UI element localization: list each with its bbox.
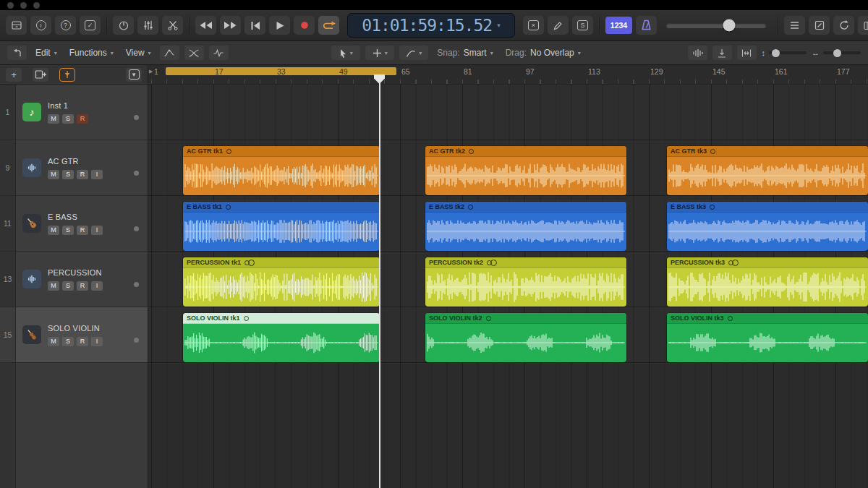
- command-click-tool-selector[interactable]: ▾: [365, 46, 394, 60]
- note-pads-button[interactable]: [809, 16, 830, 35]
- track-header-row[interactable]: 11 E BASS M S R I: [0, 196, 148, 252]
- track-name[interactable]: PERCUSSION: [48, 268, 103, 277]
- region-header[interactable]: E BASS tk1: [183, 202, 380, 213]
- track-header-row-selected[interactable]: 15 SOLO VIOLIN M S R I: [0, 307, 148, 363]
- replace-button[interactable]: ×: [523, 16, 544, 35]
- zoom-window-button[interactable]: [33, 2, 40, 9]
- tracks-region-area[interactable]: AC GTR tk1 AC GTR tk2 AC GTR tk3 E BASS …: [148, 85, 868, 488]
- track-on-indicator[interactable]: [134, 226, 139, 231]
- track-on-indicator[interactable]: [134, 282, 139, 287]
- region-ac-gtr-tk3[interactable]: AC GTR tk3: [667, 146, 868, 195]
- forward-button[interactable]: [220, 16, 241, 35]
- track-name[interactable]: Inst 1: [48, 101, 88, 110]
- smart-controls-button[interactable]: [113, 16, 134, 35]
- solo-button[interactable]: S: [62, 226, 74, 235]
- automation-button[interactable]: [160, 46, 179, 60]
- region-e-bass-tk1[interactable]: E BASS tk1: [183, 202, 380, 251]
- track-name[interactable]: E BASS: [48, 213, 103, 221]
- track-on-indicator[interactable]: [134, 115, 139, 120]
- stop-button[interactable]: [244, 16, 265, 35]
- toolbar-toggle-button[interactable]: ✓: [80, 16, 101, 35]
- add-track-button[interactable]: +: [6, 68, 22, 82]
- mute-button[interactable]: M: [48, 114, 59, 124]
- right-click-tool-selector[interactable]: ▾: [399, 46, 428, 60]
- input-monitor-button[interactable]: I: [91, 281, 103, 291]
- crossfade-button[interactable]: [184, 46, 204, 60]
- track-header-row[interactable]: 1 ♪ Inst 1 M S R: [0, 85, 148, 140]
- mute-button[interactable]: M: [48, 281, 59, 291]
- vertical-zoom-slider[interactable]: [769, 51, 807, 54]
- count-in-button[interactable]: 1234: [605, 17, 632, 34]
- menu-edit[interactable]: Edit ▾: [32, 48, 61, 58]
- track-name[interactable]: AC GTR: [48, 157, 103, 166]
- region-percussion-tk1[interactable]: PERCUSSION tk1: [183, 257, 380, 307]
- editors-button[interactable]: [162, 16, 183, 35]
- record-arm-button[interactable]: R: [77, 281, 88, 291]
- region-header[interactable]: AC GTR tk3: [667, 146, 868, 157]
- region-header[interactable]: AC GTR tk1: [183, 146, 380, 157]
- solo-mode-button[interactable]: S: [572, 16, 593, 35]
- list-editors-button[interactable]: [784, 16, 805, 35]
- region-header[interactable]: SOLO VIOLIN tk2: [425, 313, 626, 324]
- region-header[interactable]: PERCUSSION tk2: [425, 257, 626, 268]
- region-percussion-tk2[interactable]: PERCUSSION tk2: [425, 257, 626, 307]
- input-monitor-button[interactable]: I: [91, 337, 103, 346]
- track-name[interactable]: SOLO VIOLIN: [48, 324, 103, 333]
- drag-selector[interactable]: Drag: No Overlap ▾: [502, 48, 584, 58]
- mixer-button[interactable]: [137, 16, 158, 35]
- mute-button[interactable]: M: [48, 226, 59, 235]
- region-header[interactable]: PERCUSSION tk3: [667, 257, 868, 268]
- region-header[interactable]: AC GTR tk2: [425, 146, 626, 157]
- catch-undo-button[interactable]: [7, 46, 27, 60]
- region-header[interactable]: E BASS tk2: [425, 202, 626, 213]
- pencil-tool-button[interactable]: [548, 16, 569, 35]
- browsers-button[interactable]: [858, 16, 868, 35]
- solo-button[interactable]: S: [62, 337, 74, 346]
- slider-knob[interactable]: [723, 20, 735, 32]
- close-window-button[interactable]: [7, 2, 14, 9]
- region-ac-gtr-tk1[interactable]: AC GTR tk1: [183, 146, 380, 195]
- region-percussion-tk3[interactable]: PERCUSSION tk3: [667, 257, 868, 307]
- track-on-indicator[interactable]: [134, 171, 139, 176]
- minimize-window-button[interactable]: [20, 2, 27, 9]
- region-header[interactable]: SOLO VIOLIN tk3: [667, 313, 868, 324]
- catch-playhead-button[interactable]: [59, 68, 75, 82]
- solo-button[interactable]: S: [62, 170, 74, 179]
- record-arm-button[interactable]: R: [77, 337, 88, 346]
- input-monitor-button[interactable]: I: [91, 226, 103, 235]
- region-solo-violin-tk3[interactable]: SOLO VIOLIN tk3: [667, 313, 868, 362]
- menu-functions[interactable]: Functions ▾: [66, 48, 117, 58]
- bar-ruler[interactable]: ▶ 1 17 33 49 65 81 97 113 129 145 161 17…: [148, 65, 868, 85]
- record-arm-button[interactable]: R: [77, 226, 88, 235]
- waveform-zoom-button[interactable]: [688, 46, 707, 60]
- record-arm-button[interactable]: R: [77, 170, 88, 179]
- library-button[interactable]: [6, 16, 27, 35]
- record-button[interactable]: [294, 16, 315, 35]
- record-arm-button[interactable]: R: [77, 114, 88, 124]
- empty-arrange-area[interactable]: [148, 364, 868, 488]
- rewind-button[interactable]: [195, 16, 216, 35]
- master-volume-slider[interactable]: [666, 16, 766, 35]
- menu-view[interactable]: View ▾: [122, 48, 155, 58]
- fit-zoom-button[interactable]: [737, 46, 757, 60]
- track-header-row[interactable]: 13 PERCUSSION M S R I: [0, 252, 148, 307]
- playhead[interactable]: [379, 75, 380, 488]
- track-header-row[interactable]: 9 AC GTR M S R I: [0, 140, 148, 196]
- region-header[interactable]: PERCUSSION tk1: [183, 257, 380, 268]
- slider-knob[interactable]: [772, 49, 780, 57]
- mute-button[interactable]: M: [48, 337, 59, 346]
- play-button[interactable]: [269, 16, 290, 35]
- slider-knob[interactable]: [833, 49, 841, 57]
- duplicate-track-button[interactable]: [33, 68, 48, 82]
- track-sort-button[interactable]: ▾: [126, 68, 142, 82]
- lcd-display[interactable]: 01:01:59:15.52 ▾: [347, 13, 515, 38]
- region-ac-gtr-tk2[interactable]: AC GTR tk2: [425, 146, 626, 195]
- region-e-bass-tk2[interactable]: E BASS tk2: [425, 202, 626, 251]
- apple-loops-button[interactable]: [833, 16, 854, 35]
- quick-help-button[interactable]: ?: [55, 16, 76, 35]
- cycle-button[interactable]: [318, 16, 339, 35]
- region-header-selected[interactable]: SOLO VIOLIN tk1: [183, 313, 380, 324]
- input-monitor-button[interactable]: I: [91, 170, 103, 179]
- region-solo-violin-tk1-selected[interactable]: SOLO VIOLIN tk1: [183, 313, 380, 362]
- flex-button[interactable]: [209, 46, 229, 60]
